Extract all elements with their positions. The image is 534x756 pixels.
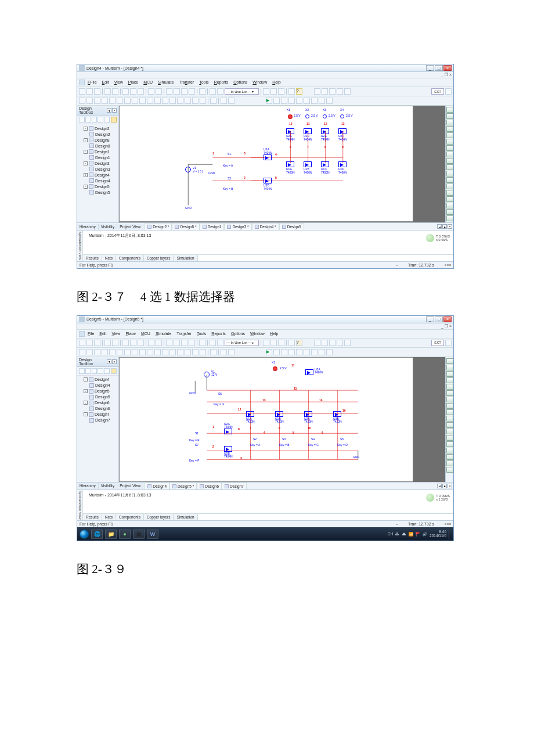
menu-help[interactable]: Help [268,331,280,337]
design-tree[interactable]: -Design4Design4-Design5Design5-Design6De… [77,376,118,424]
new-button[interactable] [79,340,85,346]
probe-v[interactable] [210,349,217,355]
zoom-fit-button[interactable] [337,88,343,95]
comp-basic[interactable] [86,98,93,104]
sim-stop-button[interactable] [281,98,287,104]
tab[interactable]: Visibility [99,483,117,489]
zoom-area-button[interactable] [329,340,335,346]
instrument-la[interactable] [446,409,453,415]
instrument-wm[interactable] [446,371,453,377]
tree-item[interactable]: Design5 [79,394,117,400]
minimize-button[interactable]: _ [426,65,434,71]
undo-button[interactable] [148,88,154,95]
new-button[interactable] [79,88,85,95]
instrument-bp[interactable] [446,139,453,145]
tree-item[interactable]: -Design8 [79,137,117,143]
clock[interactable]: 8:46 2014/11/6 [430,530,446,538]
menu-simulate[interactable]: Simulate [153,331,174,337]
instrument-cp[interactable] [446,467,453,473]
task-word[interactable]: W [147,530,158,539]
tab[interactable]: Design2 * [145,223,172,230]
instrument-tek[interactable] [446,203,453,208]
comp-conn[interactable] [177,98,183,104]
zoom-area-button[interactable] [329,88,335,95]
expand-icon[interactable]: - [84,150,88,154]
menu-mcu[interactable]: MCU [141,80,155,85]
task-browser[interactable]: ● [119,530,131,539]
tb-a2[interactable] [98,368,103,374]
in-use-list-combo[interactable]: --- In Use List ---▾ [225,340,259,346]
tb-new[interactable] [79,117,85,123]
tree-item[interactable]: -Design5 [79,388,117,394]
menu-edit[interactable]: Edit [100,80,111,85]
instrument-4ch[interactable] [446,384,453,390]
schematic-canvas[interactable]: X1 2.5 V 11 U3A7420N V112 V GND 15 13 14… [119,357,413,482]
sim-c-button[interactable] [319,98,325,104]
open-button[interactable] [86,88,93,95]
tree-item[interactable]: Design3 [79,166,117,172]
expand-icon[interactable]: - [84,161,88,165]
tb-f[interactable] [210,340,216,346]
comp-sources[interactable] [79,349,85,355]
cut-button[interactable] [122,340,129,346]
tree-item[interactable]: Design6 [79,406,117,412]
maximize-button[interactable]: □ [435,65,443,71]
comp-power[interactable] [154,349,161,355]
tab[interactable]: Results [83,255,102,261]
tree-item[interactable]: Design5 [79,189,117,195]
toolbox-title[interactable]: Design Toolbox ▾ × [77,106,118,116]
instrument-sa[interactable] [446,435,453,441]
fullscreen-button[interactable] [344,340,351,346]
resize-grip[interactable] [445,264,451,266]
minimize-button[interactable]: _ [426,316,434,322]
tb-a2[interactable] [98,117,103,123]
doc-tab-close[interactable]: × [448,224,452,229]
help-button[interactable]: ? [296,340,302,346]
comp-analog[interactable] [109,98,116,104]
tray-icon-1[interactable]: 🖧 [395,532,399,536]
menu-file[interactable]: FFile [85,80,99,85]
tree-item[interactable]: Design1 [79,154,117,160]
doc-tab-prev[interactable]: ◂ [437,224,442,229]
tb-h[interactable] [263,88,269,95]
zoom-fit-button[interactable] [337,340,343,346]
instrument-ag[interactable] [446,448,453,453]
instrument-la[interactable] [446,158,453,164]
menu-view[interactable]: View [112,80,125,85]
tree-item[interactable]: -Design2 [79,125,117,131]
toolbox-title[interactable]: Design Toolbox ▾ × [77,357,118,367]
in-use-list-combo[interactable]: --- In Use List ---▾ [225,88,259,95]
toolbox-close-icon[interactable]: × [112,108,117,113]
tb-c[interactable] [181,340,187,346]
menu-reports[interactable]: Reports [212,80,231,85]
sim-pause-button[interactable] [273,349,280,355]
maximize-button[interactable]: □ [435,316,443,322]
comp-hier[interactable] [192,98,199,104]
tb-new[interactable] [79,368,85,374]
doc-tab-prev[interactable]: ◂ [437,484,442,488]
tb-e[interactable] [199,88,205,95]
tree-item[interactable]: -Design1 [79,149,117,154]
tab[interactable]: Visibility [99,224,117,230]
comp-transistor[interactable] [102,98,108,104]
tb-b[interactable] [174,340,180,346]
system-tray[interactable]: CH 🖧 📶 🚩 🔊 8:46 2014/11/6 [388,530,451,539]
ext-button[interactable]: EXT [431,340,444,346]
expand-icon[interactable]: - [84,185,88,189]
instrument-mm[interactable] [446,358,453,364]
comp-ind[interactable] [147,98,153,104]
tb-f[interactable] [210,88,216,95]
comp-analog[interactable] [109,349,116,355]
tab[interactable]: Design3 * [224,223,251,230]
task-ie[interactable]: 🌐 [91,530,103,539]
comp-ttl[interactable] [117,98,123,104]
tree-item[interactable]: Design7 [79,417,117,423]
tb-a[interactable] [166,340,172,346]
tab[interactable]: Nets [102,255,116,261]
tray-icon-vol[interactable]: 🔊 [423,532,427,537]
menu-window[interactable]: Window [250,80,269,85]
sim-run-button[interactable]: ▶ [266,98,272,104]
resize-grip[interactable] [445,523,451,525]
spreadsheet-label[interactable]: Spreadsheet View [77,231,83,261]
comp-misc[interactable] [132,349,138,355]
